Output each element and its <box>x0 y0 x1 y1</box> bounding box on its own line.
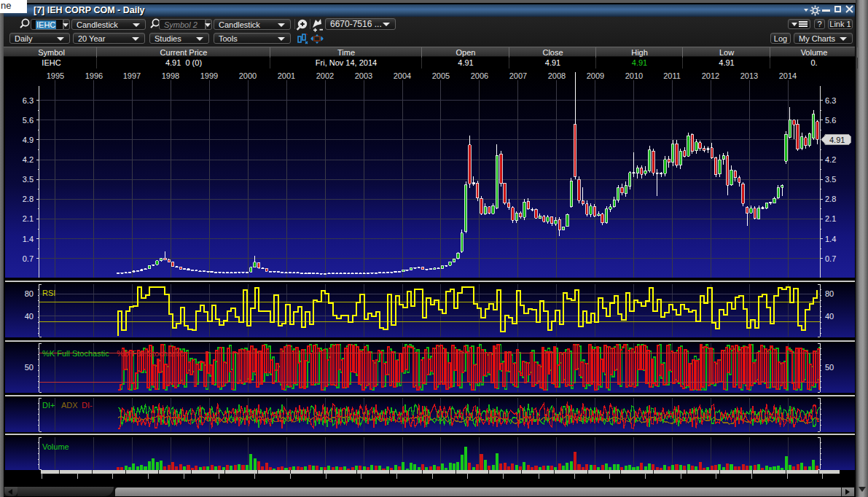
svg-text:2.1: 2.1 <box>825 214 836 223</box>
svg-text:40: 40 <box>25 312 34 321</box>
svg-text:2013: 2013 <box>740 71 758 80</box>
svg-text:3.5: 3.5 <box>23 175 34 184</box>
svg-text:2011: 2011 <box>663 71 681 80</box>
svg-text:80: 80 <box>825 289 834 298</box>
svg-text:5.6: 5.6 <box>825 116 836 125</box>
svg-text:2002: 2002 <box>316 71 334 80</box>
svg-text:2007: 2007 <box>509 71 527 80</box>
svg-text:DI-: DI- <box>82 401 93 410</box>
svg-text:80: 80 <box>25 289 34 298</box>
svg-text:2010: 2010 <box>625 71 643 80</box>
svg-text:2008: 2008 <box>548 71 566 80</box>
svg-text:3.5: 3.5 <box>825 175 836 184</box>
svg-text:0.7: 0.7 <box>825 254 836 263</box>
svg-text:ADX: ADX <box>61 401 78 410</box>
svg-text:4.2: 4.2 <box>23 155 34 164</box>
svg-text:%D Full Stochastic: %D Full Stochastic <box>117 349 184 358</box>
svg-text:1999: 1999 <box>200 71 218 80</box>
svg-text:2006: 2006 <box>471 71 488 80</box>
svg-text:4.9: 4.9 <box>23 136 34 144</box>
svg-text:1995: 1995 <box>47 71 64 80</box>
svg-text:1.4: 1.4 <box>23 235 34 243</box>
svg-text:2005: 2005 <box>432 71 450 80</box>
svg-text:%K Full Stochastic: %K Full Stochastic <box>42 349 109 358</box>
svg-text:2003: 2003 <box>355 71 372 80</box>
svg-text:2.8: 2.8 <box>825 195 836 203</box>
svg-text:50: 50 <box>825 363 834 372</box>
svg-text:2014: 2014 <box>779 71 797 80</box>
svg-text:40: 40 <box>825 312 834 321</box>
svg-text:5.6: 5.6 <box>23 116 34 125</box>
svg-text:2009: 2009 <box>587 71 604 80</box>
svg-text:Volume: Volume <box>42 442 69 451</box>
svg-text:2.1: 2.1 <box>23 214 34 223</box>
svg-text:4.2: 4.2 <box>825 155 836 164</box>
svg-text:1.4: 1.4 <box>825 235 836 243</box>
svg-text:DI+: DI+ <box>42 401 55 410</box>
svg-text:6.3: 6.3 <box>23 96 34 105</box>
svg-text:1997: 1997 <box>123 71 141 80</box>
svg-text:2004: 2004 <box>394 71 411 80</box>
svg-text:2001: 2001 <box>278 71 295 80</box>
svg-text:2.8: 2.8 <box>23 195 34 203</box>
svg-text:1996: 1996 <box>85 71 103 80</box>
svg-text:6.3: 6.3 <box>825 96 836 105</box>
svg-text:0.7: 0.7 <box>23 254 34 263</box>
svg-text:2000: 2000 <box>239 71 257 80</box>
svg-text:50: 50 <box>25 363 34 372</box>
svg-text:1998: 1998 <box>162 71 179 80</box>
svg-text:4.91: 4.91 <box>829 136 845 144</box>
svg-text:RSI: RSI <box>42 289 55 297</box>
svg-text:2012: 2012 <box>702 71 719 80</box>
